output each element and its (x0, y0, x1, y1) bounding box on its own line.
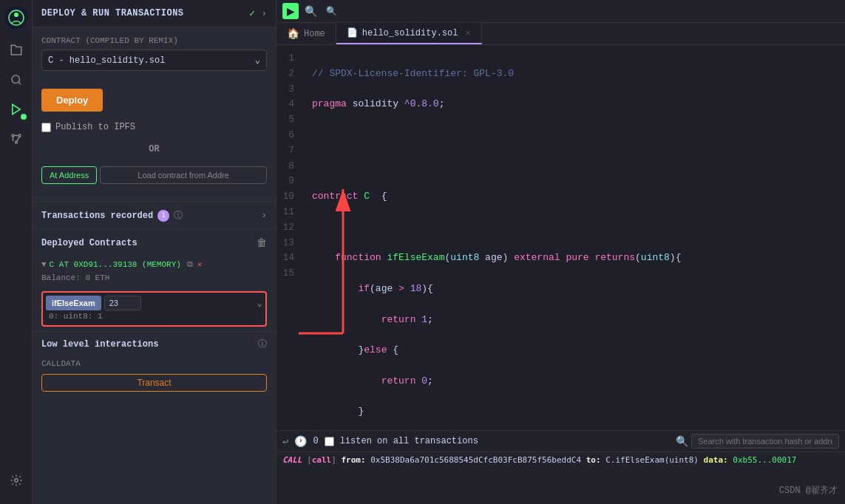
code-line-2: pragma solidity ^0.8.0; (312, 97, 845, 112)
transactions-row: Transactions recorded 1 ⓘ › (33, 201, 276, 229)
nav-icon-deploy[interactable] (4, 98, 28, 121)
code-line-1: // SPDX-License-Identifier: GPL-3.0 (312, 67, 845, 82)
transactions-chevron-icon[interactable]: › (261, 210, 267, 221)
code-line-6 (312, 220, 845, 236)
console-search-input[interactable] (691, 434, 839, 449)
deploy-section: Deploy Publish to IPFS (33, 80, 276, 140)
from-label: from: (342, 455, 366, 465)
function-box: ifElseExam ⌄ 0: uint8: 1 (41, 291, 267, 327)
code-line-3 (312, 128, 845, 143)
run-button[interactable]: ▶ (282, 3, 299, 19)
or-divider: OR (33, 140, 276, 159)
zoom-in-icon[interactable]: 🔍 (302, 4, 320, 19)
code-line-10: }else { (312, 343, 845, 358)
svg-point-7 (14, 479, 18, 483)
console-clear-icon[interactable]: ↩ (282, 435, 288, 448)
watermark: CSDN @翟齐才 (779, 484, 838, 497)
contract-instance-name: C AT 0XD91...39138 (MEMORY) (50, 260, 181, 269)
contract-close-icon[interactable]: ✕ (197, 259, 203, 269)
address-section: At Address Load contract from Addre (33, 159, 276, 194)
copy-icon[interactable]: ⧉ (187, 260, 193, 269)
tab-home[interactable]: 🏠 Home (276, 23, 336, 44)
svg-point-6 (15, 141, 17, 143)
publish-ipfs-row: Publish to IPFS (41, 122, 267, 132)
editor-toolbar: ▶ 🔍 🔍 (276, 0, 845, 23)
nav-icon-settings[interactable] (4, 469, 28, 492)
function-button[interactable]: ifElseExam (46, 296, 101, 310)
console-count: 0 (313, 436, 318, 446)
tab-file-icon: 📄 (347, 27, 358, 38)
tab-close-icon[interactable]: ✕ (465, 27, 470, 38)
balance-row: Balance: 0 ETH (33, 272, 276, 287)
console-log: CALL [call] from: 0x5B38Da6a701c5688545d… (276, 452, 845, 468)
logo-icon (4, 6, 28, 30)
console-search-icon: 🔍 (676, 435, 688, 448)
line-numbers: 1 2 3 4 5 6 7 8 9 10 11 12 13 14 15 (276, 45, 306, 430)
panel-check-icon: ✓ (249, 7, 255, 19)
nav-icon-git[interactable] (4, 127, 28, 151)
console-area: ↩ 🕐 0 listen on all transactions 🔍 CALL … (276, 430, 845, 504)
transactions-badge: 1 (157, 210, 169, 222)
listen-transactions-checkbox[interactable] (325, 437, 334, 446)
contract-section: CONTRACT (Compiled by Remix) C - hello_s… (33, 27, 276, 80)
function-chevron-icon[interactable]: ⌄ (257, 297, 262, 309)
to-address: C.ifElseExam(uint8) (605, 455, 703, 465)
transact-button[interactable]: Transact (41, 374, 267, 392)
code-line-9: return 1; (312, 313, 845, 328)
trash-icon[interactable]: 🗑 (257, 237, 267, 249)
function-result: 0: uint8: 1 (46, 310, 262, 322)
publish-ipfs-label: Publish to IPFS (55, 122, 135, 132)
code-line-8: if(age > 18){ (312, 282, 845, 297)
code-content[interactable]: // SPDX-License-Identifier: GPL-3.0 prag… (306, 45, 845, 430)
transactions-label: Transactions recorded (41, 211, 153, 221)
low-level-header: Low level interactions ⓘ (33, 331, 276, 356)
contract-expand-icon[interactable]: ▼ (41, 260, 47, 269)
tab-home-label: Home (304, 29, 325, 39)
info-icon[interactable]: ⓘ (174, 209, 183, 222)
panel-expand-icon[interactable]: › (261, 8, 267, 19)
code-line-7: function ifElseExam(uint8 age) external … (312, 251, 845, 266)
function-row: ifElseExam ⌄ (46, 296, 262, 310)
call-bracket: [ (307, 455, 312, 465)
tab-file-label: hello_solidity.sol (362, 28, 458, 38)
data-value: 0xb55...00017 (733, 455, 796, 465)
load-contract-button[interactable]: Load contract from Addre (100, 166, 267, 184)
nav-icon-files[interactable] (4, 38, 28, 62)
home-icon: 🏠 (287, 27, 299, 40)
main-area: ▶ 🔍 🔍 🏠 Home 📄 hello_solidity.sol ✕ 1 2 … (276, 0, 845, 504)
contract-chevron-icon: ⌄ (255, 55, 260, 66)
contract-select[interactable]: C - hello_solidity.sol ⌄ (41, 50, 267, 71)
code-line-12: } (312, 404, 845, 420)
deployed-header: Deployed Contracts 🗑 (33, 229, 276, 256)
tab-file[interactable]: 📄 hello_solidity.sol ✕ (336, 23, 482, 44)
console-search: 🔍 (676, 434, 839, 449)
call-tag: CALL (282, 455, 302, 465)
contract-instance-row: ▼ C AT 0XD91...39138 (MEMORY) ⧉ ✕ (33, 256, 276, 272)
svg-point-5 (18, 134, 21, 137)
low-level-info-icon[interactable]: ⓘ (258, 338, 267, 350)
svg-marker-3 (12, 104, 20, 115)
deployed-title: Deployed Contracts (41, 238, 257, 248)
deploy-button[interactable]: Deploy (41, 89, 103, 112)
low-level-title: Low level interactions (41, 339, 255, 350)
publish-ipfs-checkbox[interactable] (41, 123, 51, 132)
at-address-button[interactable]: At Address (41, 166, 97, 184)
zoom-out-icon[interactable]: 🔍 (323, 4, 340, 18)
data-label: data: (704, 455, 728, 465)
from-address: 0x5B38Da6a701c5688545dCfcB03FcB875f56bed… (370, 455, 586, 465)
listen-transactions-label: listen on all transactions (340, 436, 478, 446)
code-line-5: contract C { (312, 189, 845, 205)
icon-sidebar (0, 0, 33, 504)
address-buttons: At Address Load contract from Addre (41, 166, 267, 184)
function-input[interactable] (104, 296, 141, 310)
panel-title: DEPLOY & RUN TRANSACTIONS (41, 8, 243, 18)
nav-icon-search[interactable] (4, 68, 28, 92)
console-toolbar: ↩ 🕐 0 listen on all transactions 🔍 (276, 431, 845, 452)
tabs-bar: 🏠 Home 📄 hello_solidity.sol ✕ (276, 23, 845, 45)
code-line-11: return 0; (312, 374, 845, 389)
contract-label: CONTRACT (Compiled by Remix) (41, 36, 267, 45)
svg-point-4 (12, 134, 14, 137)
svg-point-1 (14, 13, 18, 17)
code-editor[interactable]: 1 2 3 4 5 6 7 8 9 10 11 12 13 14 15 // S… (276, 45, 845, 430)
console-history-icon[interactable]: 🕐 (294, 435, 307, 448)
